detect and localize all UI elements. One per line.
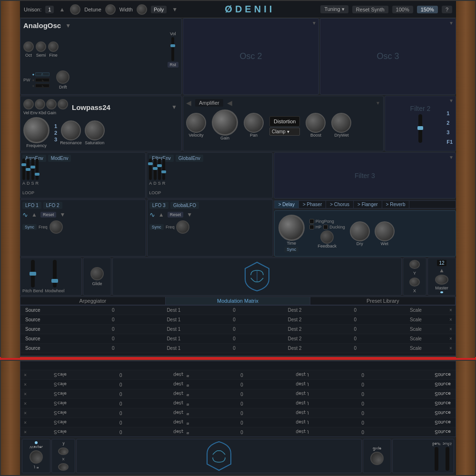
mod-dest1[interactable]: Dest 1 (143, 336, 204, 341)
lfo1-wave-up[interactable]: ▲ (30, 211, 39, 218)
amp-dropdown[interactable]: ▼ (376, 100, 380, 106)
env2-d-bar[interactable]: D (153, 159, 157, 186)
filterenv-tab[interactable]: FilterEnv (149, 155, 173, 162)
width-knob[interactable] (105, 4, 116, 15)
mod-dest2[interactable]: Dest 2 (265, 355, 325, 356)
mod-scale[interactable]: Scale (386, 336, 446, 341)
mod-dest2[interactable]: Dest 2 (265, 307, 325, 313)
delay-time-knob[interactable] (278, 215, 305, 241)
detune-knob[interactable] (70, 4, 80, 15)
rst-button[interactable]: Rst (168, 62, 179, 68)
mod-dest1[interactable]: Dest 1 (143, 327, 204, 332)
mod-dest1-val[interactable]: 0 (204, 327, 264, 332)
mod-scale[interactable]: Scale (386, 307, 446, 313)
mod-remove-button[interactable]: × (446, 317, 456, 322)
env2-s-bar[interactable]: S (158, 159, 161, 186)
mod-dest2[interactable]: Dest 2 (265, 327, 325, 332)
x-knob[interactable] (409, 278, 420, 287)
zoom2-button[interactable]: 150% (417, 6, 438, 13)
ampenv-tab[interactable]: AmpEnv (22, 155, 46, 162)
lfo2-sync-button[interactable]: Sync (149, 224, 164, 230)
globallfo-tab[interactable]: GlobalLFO (170, 202, 199, 209)
boost-knob[interactable] (306, 113, 326, 133)
mod-source[interactable]: Source (20, 327, 83, 332)
mod-dest2[interactable]: Dest 2 (265, 346, 325, 351)
mod-remove-button[interactable]: × (446, 346, 456, 351)
filter-env-knob[interactable] (35, 99, 45, 109)
filter-dropdown[interactable]: ▼ (170, 104, 178, 110)
master-knob[interactable] (435, 275, 448, 285)
lfo1-sync-button[interactable]: Sync (22, 224, 37, 230)
fx-chorus-tab[interactable]: > Chorus (326, 201, 354, 208)
mod-dest1[interactable]: Dest 1 (143, 307, 204, 313)
amp-gain-knob[interactable] (212, 109, 238, 136)
flipped-source[interactable]: ǝɔɹnoS (393, 410, 456, 416)
mod-remove-button[interactable]: × (446, 355, 456, 356)
lfo2-wave-down[interactable]: ▼ (185, 211, 194, 218)
lfo3-tab[interactable]: LFO 3 (149, 202, 169, 209)
delay-feedback-knob[interactable] (320, 230, 334, 244)
osc3-dropdown[interactable]: ▼ (449, 20, 454, 26)
mod-dest2-val[interactable]: 0 (325, 346, 386, 351)
mod-dest1[interactable]: Dest 1 (143, 355, 204, 356)
env-a-bar[interactable]: A (22, 159, 25, 186)
filter2-dropdown[interactable]: ▼ (449, 98, 454, 103)
flipped-glide-knob[interactable] (370, 452, 384, 466)
pingpong-checkbox[interactable]: PingPong (309, 219, 334, 224)
velocity-knob[interactable] (186, 113, 206, 133)
mod-dest1-val[interactable]: 0 (204, 346, 264, 351)
glide-knob[interactable] (90, 267, 104, 280)
unison-up-arrow[interactable]: ▲ (58, 6, 66, 13)
frequency-knob[interactable] (23, 117, 50, 143)
mod-dest1-val[interactable]: 0 (204, 336, 264, 341)
lfo2-tab[interactable]: LFO 2 (43, 202, 62, 209)
mod-scale[interactable]: Scale (386, 317, 446, 322)
mod-dest1[interactable]: Dest 1 (143, 346, 204, 351)
mod-dest2[interactable]: Dest 2 (265, 336, 325, 341)
mod-dest2-val[interactable]: 0 (325, 317, 386, 322)
delay-sync-button[interactable]: Sync (284, 247, 298, 252)
saturation-knob[interactable] (85, 120, 105, 140)
env2-r-bar[interactable]: R (162, 159, 166, 186)
amp-right-arrow[interactable]: ◀ (227, 99, 232, 107)
mod-scale[interactable]: Scale (386, 346, 446, 351)
mod-dest1-val[interactable]: 0 (204, 317, 264, 322)
mod-dest2-val[interactable]: 0 (325, 307, 386, 313)
drift-knob[interactable] (56, 70, 69, 84)
osc2-dropdown[interactable]: ▼ (312, 20, 317, 26)
fx-phaser-tab[interactable]: > Phaser (299, 201, 326, 208)
globalenv-tab[interactable]: GlobalEnv (176, 155, 203, 162)
presetlib-tab[interactable]: Preset Library (310, 297, 456, 305)
mod-src-val[interactable]: 0 (83, 307, 143, 313)
flipped-x-knob[interactable] (58, 463, 69, 471)
mod-dest1-val[interactable]: 0 (204, 307, 264, 313)
y-knob[interactable] (409, 260, 420, 269)
mod-dest1[interactable]: Dest 1 (143, 317, 204, 322)
fx-flanger-tab[interactable]: > Flanger (354, 201, 382, 208)
flipped-source[interactable]: ǝɔɹnoS (393, 391, 456, 397)
master-up[interactable]: ▲ (437, 267, 446, 274)
filter-gain-knob[interactable] (58, 99, 68, 109)
mod-dest2-val[interactable]: 0 (325, 327, 386, 332)
flipped-master-knob[interactable] (30, 450, 43, 464)
poly-value[interactable]: Poly (151, 6, 167, 13)
mod-remove-button[interactable]: × (446, 307, 456, 313)
mod-src-val[interactable]: 0 (83, 317, 143, 322)
filter2-slider1[interactable] (418, 114, 422, 143)
mod-remove-button[interactable]: × (446, 336, 456, 341)
amp-left-arrow[interactable]: ◀ (186, 99, 191, 107)
mod-remove-button[interactable]: × (446, 327, 456, 332)
tuning-button[interactable]: Tuning ▾ (320, 5, 348, 13)
zoom1-button[interactable]: 100% (392, 6, 413, 13)
mod-src-val[interactable]: 0 (83, 346, 143, 351)
flipped-source[interactable]: ǝɔɹnoS (393, 429, 456, 435)
env-r-bar[interactable]: R (36, 159, 39, 186)
mod-source[interactable]: Source (20, 307, 83, 313)
mod-dest2-val[interactable]: 0 (325, 355, 386, 356)
oct-knob[interactable] (23, 41, 34, 52)
mod-source[interactable]: Source (20, 346, 83, 351)
env2-a-bar[interactable]: A (149, 159, 152, 186)
fx-reverb-tab[interactable]: > Reverb (382, 201, 410, 208)
lfo1-reset-button[interactable]: Reset (40, 212, 57, 218)
flipped-source[interactable]: ǝɔɹnoS (393, 382, 456, 387)
